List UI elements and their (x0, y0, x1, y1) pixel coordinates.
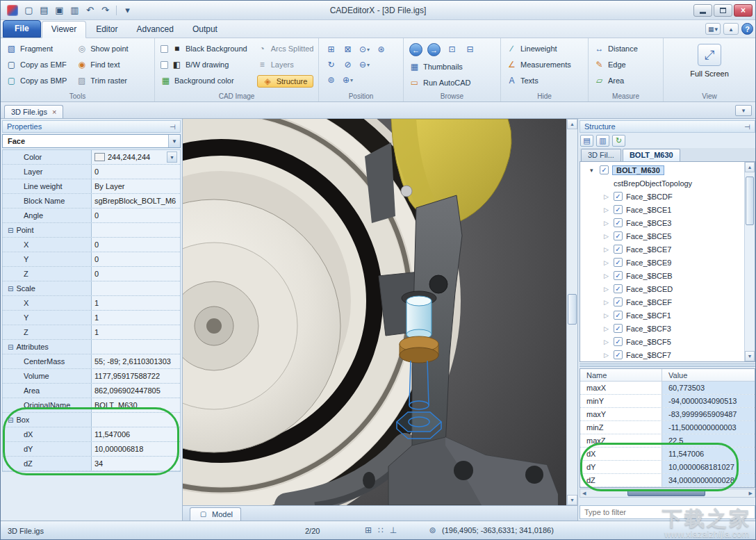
tree-vertical-scrollbar[interactable]: ▲ ▼ (744, 162, 755, 361)
property-value-cell[interactable]: 55; -89; 2,6110301303 ▾ (92, 354, 180, 368)
viewport-vertical-scrollbar[interactable]: ▲ ▼ (566, 119, 577, 505)
filter-input[interactable] (582, 508, 753, 516)
tree-face-node[interactable]: ▷ ✓ Face_$BCF5 (580, 335, 744, 348)
back-button[interactable]: ← (409, 43, 422, 56)
property-value-cell[interactable]: 10,000006818 ▾ (92, 442, 180, 456)
scroll-up-icon[interactable]: ▲ (745, 162, 755, 172)
undo-icon[interactable]: ↶ (83, 3, 97, 17)
rotate-view-button[interactable]: ↻ (324, 58, 338, 71)
structure-toggle-button[interactable]: ◈Structure (257, 75, 314, 88)
property-value-cell[interactable]: sgBrepBlock_BOLT_M6 ▾ (92, 194, 180, 208)
property-value-cell[interactable]: 1 ▾ (92, 296, 180, 310)
property-value-cell[interactable]: 0 ▾ (92, 267, 180, 281)
arcs-splitted-button[interactable]: ◔Arcs Splitted (257, 43, 314, 54)
property-value-cell[interactable]: 34 ▾ (92, 457, 180, 471)
tree-face-node[interactable]: ▷ ✓ Face_$BCDF (580, 190, 744, 203)
expand-node-icon[interactable]: ▷ (604, 206, 610, 213)
property-row[interactable]: ⊟ dX 11,547006 ▾ (3, 427, 180, 442)
property-value-cell[interactable]: 0 ▾ (92, 252, 180, 266)
property-value-cell[interactable]: ▾ (92, 413, 180, 427)
collapse-group-icon[interactable]: ⊟ (8, 227, 13, 234)
property-value-cell[interactable]: 11,547006 ▾ (92, 427, 180, 441)
collapse-group-icon[interactable]: ⊟ (8, 416, 13, 424)
scroll-down-icon[interactable]: ▼ (745, 351, 755, 361)
expand-node-icon[interactable]: ▷ (604, 352, 610, 359)
column-header-value[interactable]: Value (662, 369, 755, 381)
bounds-row[interactable]: minY -94,0000034090513 (580, 395, 755, 408)
tab-editor[interactable]: Editor (87, 22, 126, 38)
trim-raster-button[interactable]: ▨Trim raster (76, 75, 128, 86)
pin-icon[interactable]: ⊤ (743, 124, 751, 130)
property-row[interactable]: ⊟ Y 0 ▾ (3, 252, 180, 267)
orbit-button[interactable]: ⊚ (324, 74, 338, 86)
refresh-button[interactable]: ↻ (612, 135, 625, 147)
bounds-row[interactable]: dX 11,547006 (580, 448, 755, 461)
close-button[interactable]: × (734, 4, 753, 17)
expand-node-icon[interactable]: ▷ (604, 338, 610, 345)
property-value-cell[interactable]: 1 ▾ (92, 325, 180, 339)
property-row[interactable]: ⊟ dZ 34 ▾ (3, 457, 180, 471)
tree-face-node[interactable]: ▷ ✓ Face_$BCED (580, 282, 744, 295)
scrollbar-thumb[interactable] (746, 177, 754, 225)
bounds-row[interactable]: minZ -11,5000000000003 (580, 421, 755, 434)
help-button[interactable]: ? (741, 23, 753, 35)
point-snap-icon[interactable]: ∷ (378, 525, 384, 535)
entity-type-select[interactable]: Face ▼ (2, 134, 181, 148)
property-row[interactable]: ⊟ Angle 0 ▾ (3, 208, 180, 223)
bounds-row[interactable]: maxX 60,773503 (580, 382, 755, 395)
reload-button[interactable]: ⊡ (445, 43, 459, 56)
scroll-left-icon[interactable]: ◀ (582, 491, 586, 496)
expand-node-icon[interactable]: ▷ (604, 233, 610, 240)
bounds-row[interactable]: dZ 34,0000000000028 (580, 474, 755, 487)
scrollbar-thumb[interactable] (568, 294, 577, 325)
tree-face-node[interactable]: ▷ ✓ Face_$BCE5 (580, 229, 744, 243)
panel-splitter[interactable] (580, 363, 755, 367)
column-view-button[interactable]: ▥ (596, 135, 609, 147)
customize-toolbar-dropdown-icon[interactable]: ▾ (120, 3, 135, 17)
tab-output[interactable]: Output (183, 22, 227, 38)
fragment-button[interactable]: ▧Fragment (6, 43, 67, 54)
property-value-cell[interactable]: 1 ▾ (92, 311, 180, 325)
open-file-icon[interactable]: ▤ (37, 3, 51, 17)
expand-node-icon[interactable]: ▷ (604, 220, 610, 227)
checkbox-checked[interactable]: ✓ (614, 311, 623, 320)
checkbox-checked[interactable]: ✓ (614, 284, 623, 293)
collapse-group-icon[interactable]: ⊟ (8, 285, 13, 293)
redo-icon[interactable]: ↷ (98, 3, 113, 17)
checkbox-checked[interactable]: ✓ (614, 324, 623, 333)
copy-as-bmp-button[interactable]: ▢Copy as BMP (6, 75, 67, 86)
property-value-cell[interactable]: 1177,95917588722 ▾ (92, 369, 180, 383)
bounds-row[interactable]: dY 10,0000068181027 (580, 461, 755, 474)
scroll-down-icon[interactable]: ▼ (567, 495, 577, 505)
checkbox-checked[interactable]: ✓ (614, 297, 623, 306)
grid-view-button[interactable]: ▤ (580, 135, 593, 147)
property-row[interactable]: ⊟ Color 244,244,244 ▾ (3, 150, 180, 165)
zoom-window-button[interactable]: ⊠ (341, 43, 354, 56)
zoom-out-dropdown-button[interactable]: ⊖▾ (358, 58, 371, 71)
tree-face-node[interactable]: ▷ ✓ Face_$BCF3 (580, 322, 744, 335)
property-value-cell[interactable]: 862,096902447805 ▾ (92, 384, 180, 398)
collapse-ribbon-button[interactable]: ▴ (723, 23, 739, 35)
zoom-extents-button[interactable]: ⊘ (341, 58, 354, 71)
color-dropdown-icon[interactable]: ▾ (167, 152, 177, 163)
bounds-row[interactable]: maxY -83,9999965909487 (580, 408, 755, 421)
checkbox-checked[interactable]: ✓ (614, 258, 623, 267)
zoom-dropdown-button[interactable]: ⊙▾ (358, 43, 371, 56)
hand-tool-button[interactable]: ⊛ (375, 43, 388, 56)
tree-face-node[interactable]: ▷ ✓ Face_$BCF1 (580, 309, 744, 322)
tree-face-node[interactable]: ▷ ✓ Face_$BCE9 (580, 256, 744, 269)
ortho-icon[interactable]: ⊥ (390, 525, 397, 535)
background-color-button[interactable]: ▦Background color (161, 75, 247, 86)
maximize-button[interactable] (714, 4, 732, 17)
tree-face-node[interactable]: ▷ ✓ Face_$BCEB (580, 269, 744, 282)
collapse-node-icon[interactable]: ▾ (590, 167, 596, 174)
forward-button[interactable]: → (427, 43, 441, 56)
property-row[interactable]: ⊟ Box ▾ (3, 413, 180, 427)
property-value-cell[interactable]: 0 ▾ (92, 238, 180, 252)
property-row[interactable]: ⊟ Z 1 ▾ (3, 325, 180, 340)
tree-face-node[interactable]: ▷ ✓ Face_$BCE3 (580, 216, 744, 229)
show-point-button[interactable]: ◎Show point (76, 43, 128, 54)
tree-face-node[interactable]: ▷ ✓ Face_$BCF7 (580, 348, 744, 361)
expand-node-icon[interactable]: ▷ (604, 246, 610, 253)
property-value-cell[interactable]: ▾ (92, 340, 180, 354)
